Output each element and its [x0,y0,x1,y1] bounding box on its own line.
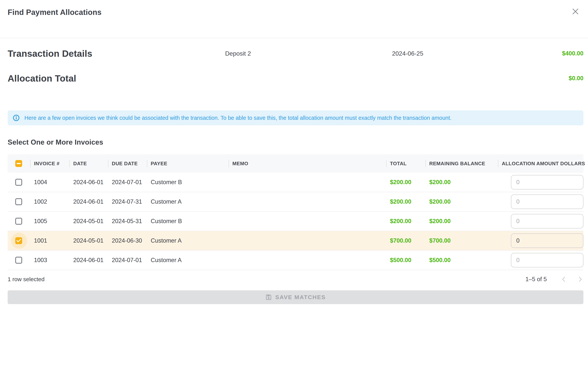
column-header-date: DATE [69,161,108,167]
allocation-amount-input[interactable] [511,253,583,267]
modal-header: Find Payment Allocations [0,0,588,38]
allocation-amount-input[interactable] [511,233,583,248]
row-checkbox-cell [8,173,30,192]
invoice-table-header: INVOICE # DATE DUE DATE PAYEE MEMO TOTAL… [8,154,583,173]
invoice-due-date-cell: 2024-07-01 [108,257,147,264]
row-checkbox[interactable] [15,179,22,186]
transaction-details-label: Transaction Details [8,48,225,59]
invoice-number-cell: 1003 [30,257,69,264]
allocation-amount-cell [498,253,583,267]
save-matches-button[interactable]: SAVE MATCHES [8,290,583,304]
column-header-remaining-balance: REMAINING BALANCE [426,161,498,167]
invoice-due-date-cell: 2024-06-30 [108,237,147,244]
next-page-icon[interactable] [577,276,583,282]
row-checkbox[interactable] [15,198,22,205]
invoice-payee-cell: Customer A [147,198,228,205]
header-checkbox-cell [8,154,30,173]
allocation-total-label: Allocation Total [8,73,225,84]
close-button[interactable] [571,7,580,16]
invoice-total-cell: $500.00 [386,257,426,264]
invoice-total-cell: $700.00 [386,237,426,244]
invoice-remaining-balance-cell: $200.00 [426,198,498,205]
invoice-payee-cell: Customer A [147,237,228,244]
allocation-amount-cell [498,175,583,190]
invoice-table-body: 1004 2024-06-01 2024-07-01 Customer B $2… [8,173,583,270]
invoice-date-cell: 2024-05-01 [69,237,108,244]
transaction-amount: $400.00 [488,50,584,57]
row-checkbox[interactable] [15,257,22,264]
invoice-due-date-cell: 2024-07-01 [108,179,147,186]
info-banner: Here are a few open invoices we think co… [8,110,583,125]
invoice-total-cell: $200.00 [386,218,426,225]
invoices-table: INVOICE # DATE DUE DATE PAYEE MEMO TOTAL… [8,154,583,270]
invoice-payee-cell: Customer A [147,257,228,264]
invoice-total-cell: $200.00 [386,198,426,205]
invoice-number-cell: 1002 [30,198,69,205]
info-banner-text: Here are a few open invoices we think co… [24,115,452,121]
invoices-section-heading: Select One or More Invoices [8,137,583,147]
invoice-row[interactable]: 1005 2024-05-01 2024-05-31 Customer B $2… [8,212,583,231]
allocation-amount-cell [498,233,583,248]
row-checkbox-cell [8,212,30,231]
allocation-total-row: Allocation Total $0.00 [0,71,588,85]
column-header-due-date: DUE DATE [108,161,147,167]
allocation-amount-input[interactable] [511,175,583,190]
invoice-due-date-cell: 2024-05-31 [108,218,147,225]
invoice-remaining-balance-cell: $200.00 [426,218,498,225]
close-icon [572,8,579,15]
invoice-payee-cell: Customer B [147,179,228,186]
column-header-payee: PAYEE [147,161,228,167]
row-checkbox-cell [8,251,30,270]
save-button-label: SAVE MATCHES [275,294,326,300]
invoice-date-cell: 2024-06-01 [69,179,108,186]
invoice-due-date-cell: 2024-07-31 [108,198,147,205]
pagination: 1–5 of 5 [525,276,583,283]
transaction-details-row: Transaction Details Deposit 2 2024-06-25… [0,47,588,60]
allocation-amount-input[interactable] [511,214,583,229]
allocation-amount-input[interactable] [511,194,583,209]
invoice-number-cell: 1005 [30,218,69,225]
invoice-remaining-balance-cell: $500.00 [426,257,498,264]
transaction-date: 2024-06-25 [392,50,488,57]
row-checkbox[interactable] [15,237,22,244]
invoice-remaining-balance-cell: $700.00 [426,237,498,244]
previous-page-icon[interactable] [560,276,567,282]
invoice-row[interactable]: 1002 2024-06-01 2024-07-31 Customer A $2… [8,192,583,212]
invoice-total-cell: $200.00 [386,179,426,186]
invoice-payee-cell: Customer B [147,218,228,225]
allocation-amount-cell [498,214,583,229]
allocation-total-amount: $0.00 [225,75,583,82]
find-payment-allocations-modal: Find Payment Allocations Transaction Det… [0,0,588,366]
table-footer: 1 row selected 1–5 of 5 [8,270,583,288]
column-header-invoice: INVOICE # [30,161,69,167]
invoice-number-cell: 1004 [30,179,69,186]
select-all-checkbox[interactable] [15,160,22,167]
row-checkbox-cell [8,192,30,211]
invoice-date-cell: 2024-06-01 [69,257,108,264]
selection-status: 1 row selected [8,276,44,282]
invoice-row[interactable]: 1001 2024-05-01 2024-06-30 Customer A $7… [8,231,583,251]
allocation-amount-cell [498,194,583,209]
invoice-date-cell: 2024-05-01 [69,218,108,225]
modal-title: Find Payment Allocations [8,8,583,17]
row-checkbox-cell [8,231,30,250]
row-checkbox[interactable] [15,218,22,225]
invoice-row[interactable]: 1003 2024-06-01 2024-07-01 Customer A $5… [8,251,583,270]
pagination-nav [560,276,583,282]
invoice-date-cell: 2024-06-01 [69,198,108,205]
transaction-name: Deposit 2 [225,50,392,57]
save-icon [265,294,272,300]
invoice-number-cell: 1001 [30,237,69,244]
column-header-allocation-amount: ALLOCATION AMOUNT DOLLARS [498,161,585,167]
column-header-memo: MEMO [228,161,386,167]
invoice-row[interactable]: 1004 2024-06-01 2024-07-01 Customer B $2… [8,173,583,192]
column-header-total: TOTAL [386,161,426,167]
invoice-remaining-balance-cell: $200.00 [426,179,498,186]
pagination-range: 1–5 of 5 [525,276,547,283]
info-icon [13,114,19,121]
